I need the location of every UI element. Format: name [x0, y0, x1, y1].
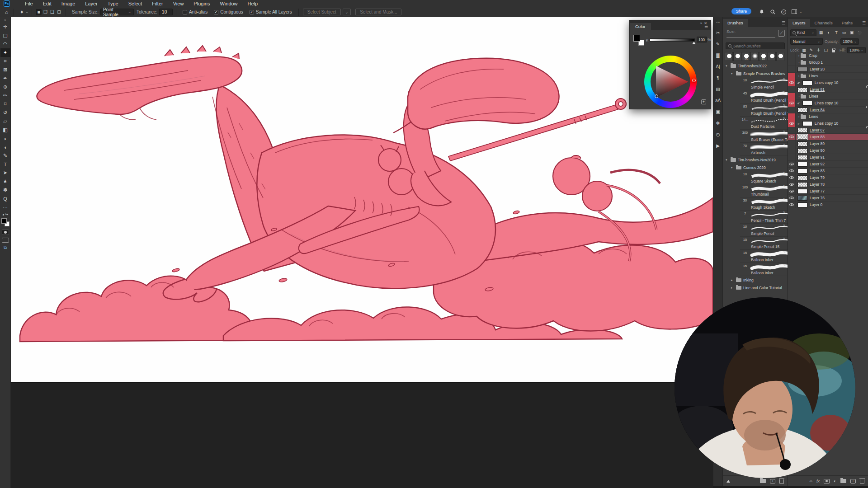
tab-layers[interactable]: Layers — [788, 19, 810, 27]
layer-visibility-toggle[interactable] — [788, 141, 796, 147]
magic-wand-tool[interactable]: ✦ — [0, 48, 10, 57]
layer-name[interactable]: Layer 88 — [810, 135, 825, 139]
recent-brush-tile[interactable] — [768, 52, 776, 61]
pen-tool[interactable]: ✎ — [0, 151, 10, 160]
brush-tool[interactable]: ✏ — [0, 91, 10, 100]
layer-thumbnail[interactable] — [797, 189, 807, 194]
layer-visibility-toggle[interactable] — [788, 80, 796, 86]
adjustments-panel-icon[interactable]: ✻ — [714, 120, 722, 127]
intersect-selection-icon[interactable]: ⊡ — [56, 9, 62, 15]
layer-thumbnail[interactable] — [802, 101, 812, 106]
tool-preset-caret-icon[interactable]: ⌄ — [25, 10, 28, 14]
layer-row[interactable]: Layer 87 — [788, 127, 868, 134]
checkbox-anti-alias[interactable]: Anti-alias — [183, 9, 208, 14]
opacity-field[interactable]: 100%⌄ — [840, 38, 859, 45]
layer-name[interactable]: Layer 28 — [810, 67, 825, 71]
brush-preset[interactable]: 15Balloon Inker✎ — [740, 250, 788, 263]
shape-filter-icon[interactable]: ▭ — [841, 29, 847, 36]
sample-size-select[interactable]: Point Sample⌄ — [100, 9, 134, 15]
layer-name[interactable]: Layer 83 — [810, 169, 825, 173]
artboard[interactable] — [11, 17, 713, 382]
layer-visibility-toggle[interactable] — [788, 52, 796, 59]
layer-thumbnail[interactable] — [797, 175, 807, 180]
checkbox-contiguous[interactable]: ✓Contiguous — [214, 9, 243, 14]
layer-visibility-toggle[interactable] — [788, 66, 796, 73]
layer-name[interactable]: Lines — [809, 114, 818, 119]
smart-object-filter-icon[interactable]: ▣ — [849, 29, 855, 36]
home-icon[interactable]: ⌂ — [3, 9, 10, 15]
layer-row[interactable]: Layer 81 — [788, 86, 868, 93]
new-selection-icon[interactable]: ■ — [36, 9, 42, 15]
layer-visibility-toggle[interactable] — [788, 202, 796, 208]
expand-panels-icon[interactable]: «» — [716, 21, 720, 24]
layer-row[interactable]: Layer 83 — [788, 168, 868, 174]
dodge-tool[interactable]: ◖ — [0, 143, 10, 151]
brush-folder-simple-process-brushes[interactable]: ▾Simple Process Brushes — [723, 70, 788, 77]
layer-row[interactable]: Layer 84 — [788, 107, 868, 113]
brush-preset[interactable]: 83Rough Brush (Pencil Tool)✎ — [740, 103, 788, 117]
layer-name[interactable]: Lines copy 10 — [815, 80, 838, 85]
layer-mask-icon[interactable] — [824, 479, 830, 483]
layer-visibility-toggle[interactable] — [788, 134, 796, 141]
layer-row[interactable]: Layer 88 — [788, 134, 868, 141]
layer-visibility-toggle[interactable] — [788, 113, 796, 120]
brush-search-input[interactable]: Search Brushes — [726, 42, 785, 49]
layer-thumbnail[interactable] — [797, 87, 807, 92]
brushes-panel-menu-icon[interactable]: ☰ — [779, 21, 788, 27]
layer-name[interactable]: Lines — [809, 74, 818, 78]
layer-thumbnail[interactable] — [797, 135, 807, 140]
type-filter-icon[interactable]: T — [833, 29, 840, 36]
layer-name[interactable]: Layer 87 — [810, 128, 825, 132]
collapse-tools-icon[interactable]: » — [5, 17, 6, 23]
menu-help[interactable]: Help — [243, 0, 263, 7]
histogram-panel-icon[interactable]: ▓ — [714, 52, 722, 59]
capture-icon[interactable]: ⧉ — [4, 245, 7, 250]
brush-preset[interactable]: 45Round Brush (Pencil Tool)✎ — [740, 90, 788, 103]
brush-folder-timbrushes2022[interactable]: ▾TimBrushes2022 — [723, 62, 788, 70]
tool-presets-panel-icon[interactable]: ✂ — [714, 29, 722, 36]
swap-colors-icon[interactable]: ↪ — [5, 212, 9, 216]
preview-size-slider[interactable] — [726, 480, 754, 483]
layer-visibility-toggle[interactable] — [788, 120, 796, 127]
layer-name[interactable]: Layer 77 — [810, 189, 825, 193]
libraries-panel-icon[interactable]: ▣ — [714, 108, 722, 115]
menu-file[interactable]: File — [20, 0, 38, 7]
eyedropper-tool[interactable]: ✒ — [0, 74, 10, 83]
eraser-tool[interactable]: ▱ — [0, 117, 10, 126]
layer-row[interactable]: ↳Lines copy 10 — [788, 80, 868, 86]
k-slider-handle[interactable] — [692, 42, 696, 44]
layer-visibility-toggle[interactable] — [788, 161, 796, 168]
layer-visibility-toggle[interactable] — [788, 86, 796, 93]
layer-thumbnail[interactable] — [797, 182, 807, 187]
brush-settings-panel-icon[interactable]: ✎ — [714, 41, 722, 47]
layer-visibility-toggle[interactable] — [788, 195, 796, 202]
layer-row[interactable]: Layer 91 — [788, 154, 868, 161]
layer-thumbnail[interactable] — [797, 196, 807, 201]
layer-thumbnail[interactable] — [797, 162, 807, 167]
color-swatches[interactable] — [1, 218, 9, 226]
brush-preset[interactable]: 15Balloon Inker✎ — [740, 263, 788, 276]
canvas-area[interactable] — [11, 17, 713, 488]
adjustment-filter-icon[interactable]: ◐ — [826, 29, 832, 36]
blend-mode-select[interactable]: Normal⌄ — [790, 38, 823, 45]
brush-folder-tim-brushes-nov2019[interactable]: ▾Tim-brushes-Nov2019 — [723, 156, 788, 164]
menu-image[interactable]: Image — [57, 0, 80, 7]
sv-selector-dot[interactable] — [655, 94, 658, 98]
tolerance-input[interactable]: 10 — [159, 9, 173, 15]
recent-brush-tile[interactable]: 15 — [742, 52, 750, 61]
k-value-field[interactable]: 100 — [697, 37, 707, 42]
gradient-tool[interactable]: ◧ — [0, 126, 10, 134]
select-subject-button[interactable]: Select Subject — [303, 9, 341, 15]
hue-selector-dot[interactable] — [692, 79, 696, 82]
layer-row[interactable]: Layer 0 — [788, 202, 868, 208]
layer-thumbnail[interactable] — [797, 141, 807, 146]
link-layers-icon[interactable]: ∞ — [810, 479, 812, 483]
layer-name[interactable]: Layer 89 — [810, 141, 825, 146]
brush-size-slider[interactable] — [726, 37, 775, 38]
layer-name[interactable]: Layer 76 — [810, 196, 825, 200]
blur-tool[interactable]: ◗ — [0, 134, 10, 143]
layer-thumbnail[interactable] — [797, 202, 807, 207]
tab-brushes[interactable]: Brushes — [723, 19, 748, 27]
layer-name[interactable]: Layer 79 — [810, 175, 825, 180]
layer-thumbnail[interactable] — [797, 128, 807, 133]
